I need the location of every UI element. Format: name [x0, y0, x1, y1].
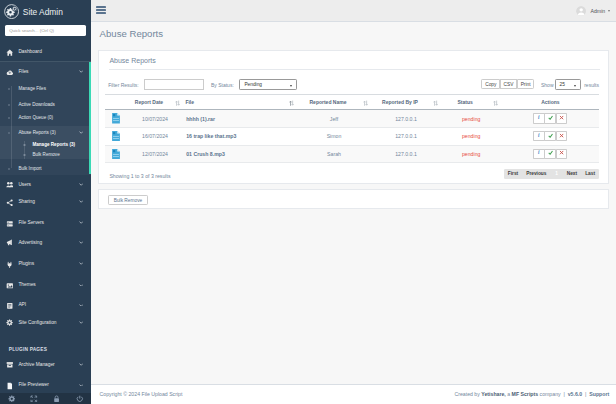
svg-text:i: i — [538, 150, 540, 155]
svg-text:i: i — [538, 133, 540, 138]
svg-text:i: i — [538, 115, 540, 120]
